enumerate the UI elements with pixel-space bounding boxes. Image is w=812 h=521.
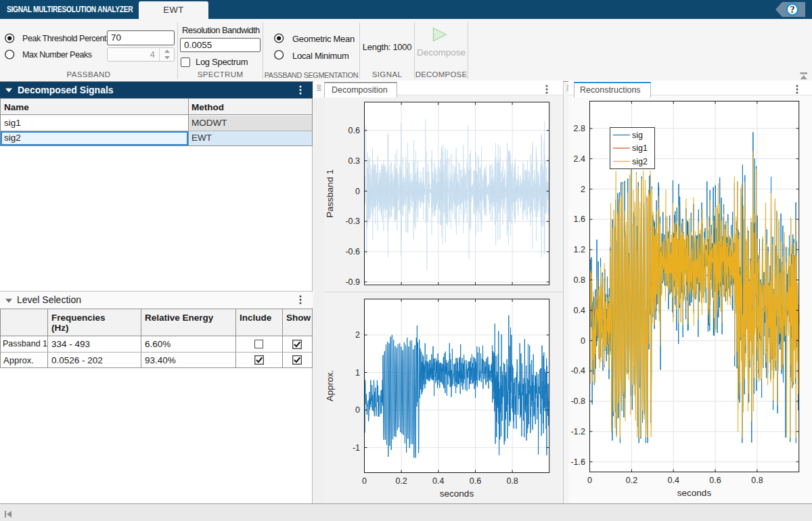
svg-text:2: 2 bbox=[355, 330, 360, 340]
svg-text:-0.9: -0.9 bbox=[345, 277, 360, 287]
svg-text:0.4: 0.4 bbox=[668, 476, 679, 485]
svg-text:0: 0 bbox=[362, 476, 367, 486]
svg-text:0.6: 0.6 bbox=[709, 476, 721, 485]
svg-text:1: 1 bbox=[355, 368, 360, 378]
svg-text:0.8: 0.8 bbox=[751, 476, 763, 485]
svg-text:Passband 1: Passband 1 bbox=[325, 169, 335, 217]
svg-text:0.4: 0.4 bbox=[432, 476, 444, 486]
svg-text:0.3: 0.3 bbox=[348, 156, 360, 166]
svg-text:sig2: sig2 bbox=[632, 157, 648, 166]
svg-text:seconds: seconds bbox=[440, 489, 474, 499]
svg-text:0: 0 bbox=[355, 187, 360, 196]
svg-text:-1: -1 bbox=[353, 443, 360, 453]
svg-text:seconds: seconds bbox=[677, 488, 712, 498]
svg-text:-0.6: -0.6 bbox=[345, 247, 360, 256]
svg-text:Approx.: Approx. bbox=[325, 370, 335, 402]
svg-text:0: 0 bbox=[355, 405, 360, 415]
svg-text:2: 2 bbox=[581, 185, 585, 194]
svg-text:0.4: 0.4 bbox=[574, 306, 585, 315]
svg-text:1.2: 1.2 bbox=[574, 245, 585, 254]
svg-text:0: 0 bbox=[587, 476, 592, 485]
svg-text:sig1: sig1 bbox=[632, 143, 648, 153]
svg-text:0.8: 0.8 bbox=[574, 275, 585, 285]
svg-text:0.6: 0.6 bbox=[348, 126, 360, 135]
svg-text:0.8: 0.8 bbox=[506, 476, 518, 486]
svg-text:sig: sig bbox=[632, 131, 643, 140]
svg-text:-1.6: -1.6 bbox=[570, 457, 585, 467]
svg-text:-0.3: -0.3 bbox=[345, 217, 360, 226]
svg-text:0.6: 0.6 bbox=[470, 476, 481, 486]
svg-text:-1.2: -1.2 bbox=[570, 427, 585, 436]
svg-text:?: ? bbox=[790, 5, 795, 15]
svg-text:1.6: 1.6 bbox=[574, 214, 585, 224]
svg-text:-0.4: -0.4 bbox=[570, 366, 585, 376]
svg-text:0.2: 0.2 bbox=[395, 476, 407, 486]
svg-text:0.2: 0.2 bbox=[626, 476, 637, 485]
svg-text:2.8: 2.8 bbox=[574, 124, 585, 133]
svg-text:0: 0 bbox=[581, 336, 585, 346]
svg-text:-0.8: -0.8 bbox=[570, 397, 585, 406]
svg-text:2.4: 2.4 bbox=[574, 154, 585, 164]
